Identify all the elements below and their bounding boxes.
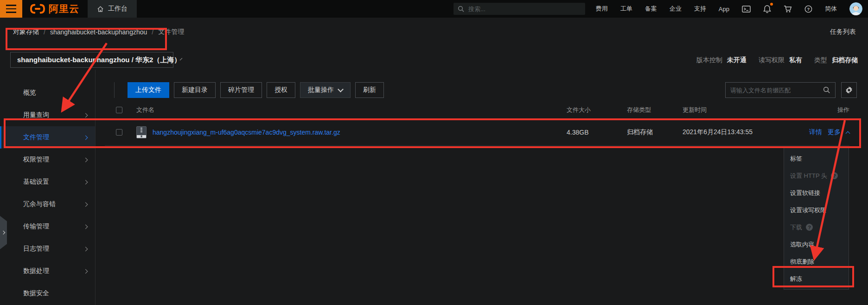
nav-billing[interactable]: 费用 — [596, 5, 608, 13]
sidebar-item-usage[interactable]: 用量查询 — [0, 104, 95, 126]
chevron-right-icon — [83, 157, 88, 162]
task-list-link[interactable]: 任务列表 — [830, 28, 856, 36]
chevron-right-icon — [1, 231, 5, 234]
menu-item-select-content[interactable]: 选取内容 — [784, 236, 849, 253]
cloudshell-icon[interactable] — [742, 6, 751, 13]
meta-acl-value: 私有 — [789, 56, 802, 65]
notification-dot — [770, 3, 773, 6]
sidebar-item-redundancy[interactable]: 冗余与容错 — [0, 193, 95, 215]
table-settings-button[interactable] — [841, 82, 857, 98]
chevron-right-icon — [83, 269, 88, 273]
upload-file-button[interactable]: 上传文件 — [128, 82, 169, 98]
table-row[interactable]: hangzhoujingxiang_m-uf6ag0aqcsmie7ac9dvg… — [105, 119, 849, 146]
col-size: 文件大小 — [567, 106, 627, 114]
chevron-right-icon — [83, 247, 88, 251]
sidebar-item-files[interactable]: 文件管理 — [0, 126, 95, 149]
menu-item-acl[interactable]: 设置读写权限 — [784, 201, 849, 219]
main-content: 上传文件 新建目录 碎片管理 授权 批量操作 刷新 文件名 文件大小 — [96, 70, 868, 305]
home-icon — [97, 6, 104, 13]
menu-item-download: 下载 — [784, 219, 849, 236]
top-bar: 阿里云 工作台 费用 工单 备案 企业 支持 App — [0, 0, 868, 18]
help-icon — [831, 172, 838, 179]
gear-icon — [845, 86, 853, 94]
cart-icon[interactable] — [784, 5, 792, 13]
breadcrumb-oss[interactable]: 对象存储 — [13, 28, 39, 36]
detail-link[interactable]: 详情 — [809, 128, 822, 136]
bucket-title: shanghaibucket-backuphangzhou / 华东2（上海） — [17, 56, 181, 65]
sidebar-item-overview[interactable]: 概览 — [0, 82, 95, 104]
sidebar-item-permissions[interactable]: 权限管理 — [0, 149, 95, 171]
svg-text:?: ? — [807, 6, 810, 11]
notifications-bell-icon[interactable] — [763, 5, 771, 13]
col-modified: 更新时间 — [683, 106, 803, 114]
sidebar-item-basic-settings[interactable]: 基础设置 — [0, 171, 95, 193]
meta-type-label: 类型 — [814, 56, 827, 65]
menu-item-permanently-delete[interactable]: 彻底删除 — [784, 253, 849, 270]
file-size: 4.38GB — [567, 129, 627, 136]
authorize-button[interactable]: 授权 — [267, 82, 295, 98]
col-name: 文件名 — [136, 106, 567, 114]
file-storage-class: 归档存储 — [627, 128, 683, 136]
more-link[interactable]: 更多 — [828, 128, 841, 136]
sidebar-item-data-processing[interactable]: 数据处理 — [0, 260, 95, 282]
batch-actions-button[interactable]: 批量操作 — [300, 82, 351, 98]
chevron-right-icon — [83, 202, 88, 207]
col-actions: 操作 — [803, 106, 849, 114]
avatar[interactable] — [849, 2, 862, 15]
workbench-label: 工作台 — [108, 5, 128, 13]
search-icon — [458, 6, 465, 13]
meta-acl-label: 读写权限 — [759, 56, 785, 65]
global-search-input[interactable] — [468, 6, 581, 13]
menu-item-tags[interactable]: 标签 — [784, 150, 849, 167]
top-nav: 费用 工单 备案 企业 支持 App — [596, 0, 862, 18]
meta-versioning-value: 未开通 — [727, 56, 747, 65]
sidebar-collapse-handle[interactable] — [0, 216, 7, 249]
file-prefix-search[interactable] — [725, 82, 836, 98]
locale-switch[interactable]: 简体 — [825, 5, 837, 13]
nav-icp[interactable]: 备案 — [645, 5, 657, 13]
hamburger-menu-icon[interactable] — [0, 0, 22, 18]
chevron-down-icon — [338, 86, 344, 92]
breadcrumb-bucket[interactable]: shanghaibucket-backuphangzhou — [50, 28, 147, 36]
file-toolbar: 上传文件 新建目录 碎片管理 授权 批量操作 刷新 — [96, 82, 849, 98]
workbench-tab[interactable]: 工作台 — [88, 0, 137, 18]
nav-tickets[interactable]: 工单 — [620, 5, 632, 13]
nav-enterprise[interactable]: 企业 — [670, 5, 682, 13]
refresh-button[interactable]: 刷新 — [355, 82, 384, 98]
bucket-selector[interactable]: shanghaibucket-backuphangzhou / 华东2（上海） — [10, 52, 173, 68]
sidebar-item-data-security[interactable]: 数据安全 — [0, 282, 95, 305]
nav-support[interactable]: 支持 — [694, 5, 706, 13]
nav-app[interactable]: App — [719, 6, 729, 13]
file-table-header: 文件名 文件大小 存储类型 更新时间 操作 — [105, 101, 849, 119]
global-search[interactable] — [453, 3, 585, 15]
file-prefix-search-input[interactable] — [730, 87, 819, 94]
select-all-checkbox[interactable] — [116, 107, 122, 113]
new-folder-button[interactable]: 新建目录 — [174, 82, 216, 98]
bucket-meta: 版本控制 未开通 读写权限 私有 类型 归档存储 — [696, 56, 858, 65]
chevron-right-icon — [83, 224, 88, 229]
col-storage-class: 存储类型 — [627, 106, 683, 114]
chevron-right-icon — [83, 135, 88, 140]
menu-item-restore[interactable]: 解冻 — [784, 270, 849, 287]
sidebar-item-transfer[interactable]: 传输管理 — [0, 215, 95, 238]
more-actions-menu: 标签 设置 HTTP 头 设置软链接 设置读写权限 下载 选取内容 彻底删除 解… — [784, 148, 849, 290]
file-name-link[interactable]: hangzhoujingxiang_m-uf6ag0aqcsmie7ac9dvg… — [153, 129, 340, 136]
sidebar-item-logs[interactable]: 日志管理 — [0, 238, 95, 260]
file-modified: 2021年6月24日13:43:55 — [683, 128, 803, 136]
breadcrumb: 对象存储 / shanghaibucket-backuphangzhou / 文… — [13, 28, 184, 36]
search-icon — [823, 86, 830, 94]
meta-versioning-label: 版本控制 — [696, 56, 722, 65]
chevron-right-icon — [83, 113, 88, 117]
aliyun-logo[interactable]: 阿里云 — [30, 2, 79, 15]
help-icon — [806, 224, 813, 231]
aliyun-logo-text: 阿里云 — [49, 2, 79, 15]
aliyun-logo-icon — [30, 3, 45, 14]
menu-item-symlink[interactable]: 设置软链接 — [784, 184, 849, 201]
help-circle-icon[interactable]: ? — [804, 5, 812, 13]
chevron-up-icon — [846, 131, 850, 136]
file-table: 文件名 文件大小 存储类型 更新时间 操作 hangzhoujingxiang_… — [105, 101, 849, 146]
sidebar: 概览 用量查询 文件管理 权限管理 基础设置 冗余与容错 传输管理 日志管理 数… — [0, 70, 96, 305]
row-checkbox[interactable] — [116, 129, 122, 136]
menu-item-http-headers: 设置 HTTP 头 — [784, 167, 849, 184]
fragment-manage-button[interactable]: 碎片管理 — [220, 82, 262, 98]
